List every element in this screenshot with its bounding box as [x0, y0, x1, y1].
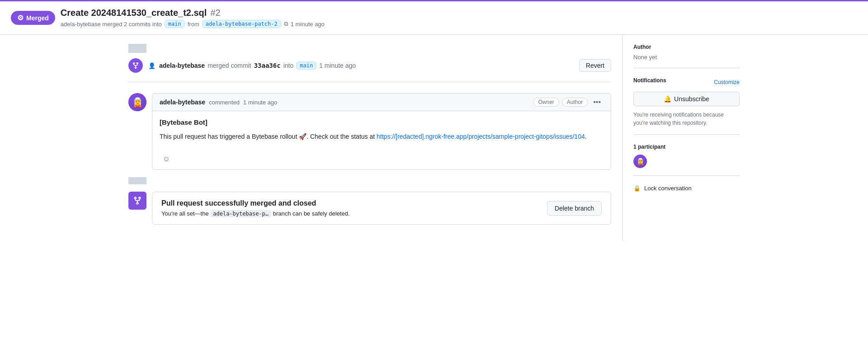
top-accent-bar: [0, 0, 868, 1]
merge-success-title: Pull request successfully merged and clo…: [161, 199, 350, 207]
comment-body-text: This pull request has triggered a Byteba…: [160, 133, 377, 140]
sidebar-author-section: Author None yet: [633, 44, 740, 68]
branch-inline-code: adela-bytebase-p…: [210, 210, 271, 217]
meta-text: adela-bytebase merged 2 commits into: [61, 21, 162, 28]
comment-footer: ☺: [152, 149, 611, 169]
lock-label: Lock conversation: [644, 185, 692, 192]
merged-badge: ⚙ Merged: [11, 11, 55, 25]
pr-number: #2: [210, 8, 220, 18]
participant-avatar: 🧝: [633, 155, 647, 168]
merge-success-desc2: branch can be safely deleted.: [273, 210, 350, 217]
comment-username[interactable]: adela-bytebase: [160, 99, 205, 106]
participants-label: 1 participant: [633, 144, 740, 150]
notifications-row: Notifications Customize: [633, 77, 740, 87]
unsubscribe-button[interactable]: 🔔 Unsubscribe: [633, 92, 740, 106]
author-badge: Author: [562, 98, 588, 107]
merge-event-text: 👤 adela-bytebase merged commit 33aa36c i…: [148, 61, 574, 70]
more-options-button[interactable]: •••: [590, 97, 604, 107]
notifications-label: Notifications: [633, 77, 666, 84]
patch-branch-tag[interactable]: adela-bytebase-patch-2: [202, 20, 281, 28]
notification-note: You're receiving notifications because y…: [633, 111, 740, 127]
comment-header-left: adela-bytebase commented 1 minute ago: [160, 99, 277, 106]
pr-title: Create 20248141530_create_t2.sql: [61, 8, 207, 18]
sidebar-lock-section: 🔒 Lock conversation: [633, 185, 740, 199]
owner-badge: Owner: [533, 98, 559, 107]
revert-button[interactable]: Revert: [579, 59, 611, 72]
merged-label: Merged: [26, 14, 49, 22]
event-branch-tag[interactable]: main: [296, 61, 316, 70]
merge-success-block: Pull request successfully merged and clo…: [128, 192, 611, 225]
copy-icon[interactable]: ⧉: [284, 20, 288, 28]
comment-block: 🧝 adela-bytebase commented 1 minute ago …: [128, 93, 611, 170]
comment-period: .: [585, 133, 587, 140]
merge-success-icon: [128, 192, 146, 210]
emoji-reaction-button[interactable]: ☺: [160, 152, 173, 166]
comment-time: 1 minute ago: [243, 99, 277, 106]
merge-success-content: Pull request successfully merged and clo…: [152, 192, 611, 225]
merge-event-icon: [128, 58, 143, 73]
comment-action: commented: [209, 99, 240, 106]
from-text: from: [188, 21, 199, 28]
comment-title: [Bytebase Bot]: [160, 118, 604, 126]
unsubscribe-label: Unsubscribe: [674, 95, 709, 103]
bell-icon: 🔔: [664, 95, 671, 103]
rollout-link[interactable]: https://[redacted].ngrok-free.app/projec…: [377, 133, 585, 140]
delete-branch-button[interactable]: Delete branch: [547, 201, 602, 216]
event-time: 1 minute ago: [319, 62, 356, 69]
merge-success-desc-text: You're all set—the: [161, 210, 209, 217]
sidebar-participants-section: 1 participant 🧝: [633, 144, 740, 176]
lock-icon: 🔒: [633, 185, 641, 192]
customize-link[interactable]: Customize: [714, 79, 740, 85]
comment-body: [Bytebase Bot] This pull request has tri…: [152, 111, 611, 149]
pr-meta: adela-bytebase merged 2 commits into mai…: [61, 20, 325, 28]
emoji-icon: ☺: [163, 155, 170, 163]
comment-paragraph: This pull request has triggered a Byteba…: [160, 132, 604, 141]
sidebar: Author None yet Notifications Customize …: [622, 35, 740, 241]
avatar-image: 🧝: [128, 93, 146, 111]
comment-header-right: Owner Author •••: [533, 97, 604, 107]
pr-header: ⚙ Merged Create 20248141530_create_t2.sq…: [0, 1, 868, 35]
merge-event-username[interactable]: adela-bytebase: [159, 62, 205, 69]
merge-icon: ⚙: [17, 14, 24, 22]
main-branch-tag[interactable]: main: [165, 20, 185, 28]
sidebar-notifications-section: Notifications Customize 🔔 Unsubscribe Yo…: [633, 77, 740, 135]
merge-event: 👤 adela-bytebase merged commit 33aa36c i…: [128, 53, 611, 78]
comment-container: adela-bytebase commented 1 minute ago Ow…: [152, 93, 611, 170]
merge-success-desc: You're all set—the adela-bytebase-p… bra…: [161, 210, 350, 217]
commit-hash[interactable]: 33aa36c: [254, 62, 281, 69]
sidebar-author-label: Author: [633, 44, 740, 50]
divider-1: [128, 82, 611, 82]
merge-success-text: Pull request successfully merged and clo…: [161, 199, 350, 217]
merge-event-action: merged commit: [208, 62, 251, 69]
into-text: into: [283, 62, 294, 69]
lock-conversation[interactable]: 🔒 Lock conversation: [633, 185, 740, 192]
participants-row: 🧝: [633, 155, 740, 168]
commenter-avatar: 🧝: [128, 93, 146, 111]
sidebar-author-value: None yet: [633, 54, 740, 61]
comment-header: adela-bytebase commented 1 minute ago Ow…: [152, 94, 611, 111]
pr-time: 1 minute ago: [291, 21, 325, 28]
